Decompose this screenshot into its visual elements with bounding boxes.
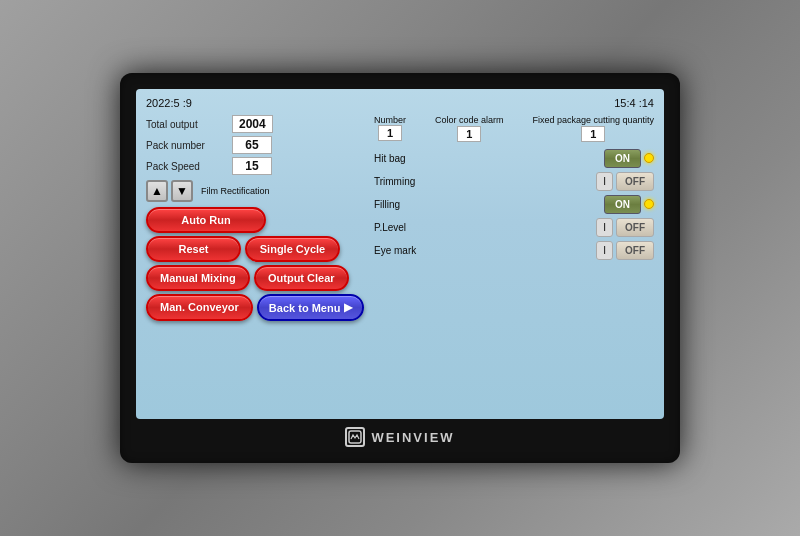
brand-icon <box>345 427 365 447</box>
single-cycle-button[interactable]: Single Cycle <box>245 236 340 262</box>
mixing-clear-row: Manual Mixing Output Clear <box>146 265 366 291</box>
number-label: Number <box>374 115 406 125</box>
fixed-package-section: Fixed package cutting quantity 1 <box>532 115 654 142</box>
trimming-label: Trimming <box>374 176 424 187</box>
plevel-label: P.Level <box>374 222 424 233</box>
filling-label: Filling <box>374 199 424 210</box>
pack-speed-label: Pack Speed <box>146 161 226 172</box>
total-output-value: 2004 <box>232 115 273 133</box>
filling-toggle[interactable]: ON <box>604 195 641 214</box>
indicator-filling: Filling ON <box>374 194 654 215</box>
datetime-left: 2022:5 :9 <box>146 97 192 109</box>
number-section: Number 1 <box>374 115 406 141</box>
indicator-hit-bag: Hit bag ON <box>374 148 654 169</box>
total-output-row: Total output 2004 <box>146 115 366 133</box>
filling-control: ON <box>604 195 654 214</box>
plevel-toggle[interactable]: OFF <box>616 218 654 237</box>
indicator-plevel: P.Level I OFF <box>374 217 654 238</box>
reset-button[interactable]: Reset <box>146 236 241 262</box>
plevel-dash: I <box>596 218 613 237</box>
eyemark-toggle[interactable]: OFF <box>616 241 654 260</box>
output-clear-button[interactable]: Output Clear <box>254 265 349 291</box>
reset-single-row: Reset Single Cycle <box>146 236 366 262</box>
indicator-eyemark: Eye mark I OFF <box>374 240 654 261</box>
back-to-menu-button[interactable]: Back to Menu ▶ <box>257 294 365 321</box>
fixed-package-label: Fixed package cutting quantity <box>532 115 654 126</box>
datetime-right: 15:4 :14 <box>614 97 654 109</box>
eyemark-label: Eye mark <box>374 245 424 256</box>
screen: 2022:5 :9 15:4 :14 Total output 2004 Pac… <box>136 89 664 419</box>
pack-speed-row: Pack Speed 15 <box>146 157 366 175</box>
film-up-button[interactable]: ▲ <box>146 180 168 202</box>
machine-panel: 2022:5 :9 15:4 :14 Total output 2004 Pac… <box>0 0 800 536</box>
pack-speed-value: 15 <box>232 157 272 175</box>
eyemark-dash: I <box>596 241 613 260</box>
man-conveyor-button[interactable]: Man. Conveyor <box>146 294 253 321</box>
hit-bag-led <box>644 153 654 163</box>
brand-logo: WEINVIEW <box>345 427 454 447</box>
arrow-right-icon: ▶ <box>344 301 352 314</box>
indicator-trimming: Trimming I OFF <box>374 171 654 192</box>
film-rectification-controls: ▲ ▼ <box>146 180 193 202</box>
pack-number-value: 65 <box>232 136 272 154</box>
trimming-control: I OFF <box>596 172 654 191</box>
pack-number-label: Pack number <box>146 140 226 151</box>
color-alarm-section: Color code alarm 1 <box>435 115 504 142</box>
conveyor-back-row: Man. Conveyor Back to Menu ▶ <box>146 294 366 321</box>
trimming-dash: I <box>596 172 613 191</box>
manual-mixing-button[interactable]: Manual Mixing <box>146 265 250 291</box>
total-output-label: Total output <box>146 119 226 130</box>
auto-run-button[interactable]: Auto Run <box>146 207 266 233</box>
plevel-control: I OFF <box>596 218 654 237</box>
brand-name: WEINVIEW <box>371 430 454 445</box>
eyemark-control: I OFF <box>596 241 654 260</box>
fixed-package-value: 1 <box>581 126 605 142</box>
screen-bezel: 2022:5 :9 15:4 :14 Total output 2004 Pac… <box>120 73 680 463</box>
film-down-button[interactable]: ▼ <box>171 180 193 202</box>
screen-header: 2022:5 :9 15:4 :14 <box>146 97 654 109</box>
hit-bag-label: Hit bag <box>374 153 424 164</box>
number-value: 1 <box>378 125 402 141</box>
film-label: Film Rectification <box>201 186 270 196</box>
hit-bag-toggle[interactable]: ON <box>604 149 641 168</box>
hit-bag-control: ON <box>604 149 654 168</box>
color-alarm-value: 1 <box>457 126 481 142</box>
trimming-toggle[interactable]: OFF <box>616 172 654 191</box>
pack-number-row: Pack number 65 <box>146 136 366 154</box>
filling-led <box>644 199 654 209</box>
auto-run-row: Auto Run <box>146 207 366 233</box>
color-alarm-label: Color code alarm <box>435 115 504 126</box>
